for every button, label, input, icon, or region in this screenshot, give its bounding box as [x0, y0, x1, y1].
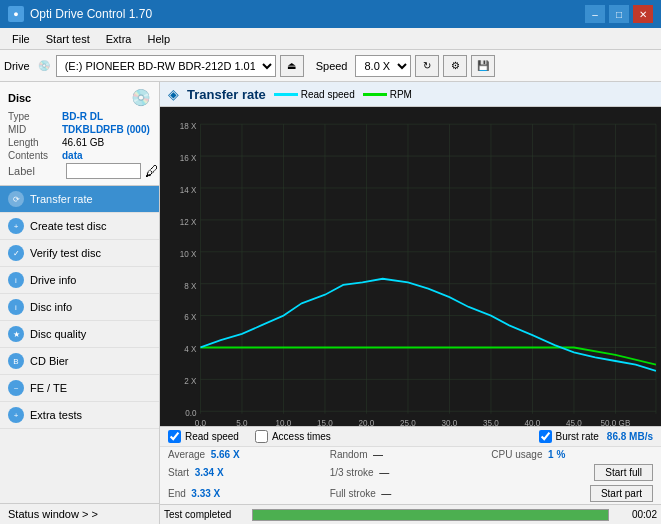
stat-start: Start 3.34 X: [168, 467, 330, 478]
eject-button[interactable]: ⏏: [280, 55, 304, 77]
fe-te-icon: ~: [8, 380, 24, 396]
bottom-status-bar: Test completed 00:02: [160, 504, 661, 524]
refresh-button[interactable]: ↻: [415, 55, 439, 77]
chart-icon: ◈: [168, 86, 179, 102]
drive-select[interactable]: (E:) PIONEER BD-RW BDR-212D 1.01: [56, 55, 276, 77]
end-label: End: [168, 488, 186, 499]
svg-text:45.0: 45.0: [566, 417, 582, 426]
cpu-label: CPU usage: [491, 449, 542, 460]
start-value: 3.34 X: [195, 467, 224, 478]
status-text: Test completed: [164, 509, 244, 520]
stat-full-stroke: Full stroke —: [330, 488, 492, 499]
stats-row-2: Start 3.34 X 1/3 stroke — Start full: [160, 462, 661, 483]
transfer-rate-icon: ⟳: [8, 191, 24, 207]
legend-read-speed-color: [274, 93, 298, 96]
stats-row-1: Average 5.66 X Random — CPU usage 1 %: [160, 447, 661, 462]
type-value: BD-R DL: [62, 111, 103, 122]
nav-create-test-disc[interactable]: + Create test disc: [0, 213, 159, 240]
nav-cd-bier[interactable]: B CD Bier: [0, 348, 159, 375]
mid-label: MID: [8, 124, 62, 135]
full-stroke-label: Full stroke: [330, 488, 376, 499]
progress-bar-container: [252, 509, 609, 521]
stat-random: Random —: [330, 449, 492, 460]
sidebar: Disc 💿 Type BD-R DL MID TDKBLDRFB (000) …: [0, 82, 160, 524]
chart-title: Transfer rate: [187, 87, 266, 102]
label-edit-icon[interactable]: 🖊: [145, 163, 159, 179]
status-window[interactable]: Status window > >: [0, 503, 159, 524]
svg-text:6 X: 6 X: [184, 312, 196, 323]
app-title: Opti Drive Control 1.70: [30, 7, 152, 21]
settings-button[interactable]: ⚙: [443, 55, 467, 77]
nav-extra-tests-label: Extra tests: [30, 409, 82, 421]
full-stroke-value: —: [381, 488, 391, 499]
stroke-1-3-value: —: [379, 467, 389, 478]
maximize-button[interactable]: □: [609, 5, 629, 23]
chart-header: ◈ Transfer rate Read speed RPM: [160, 82, 661, 107]
stats-row-3: End 3.33 X Full stroke — Start part: [160, 483, 661, 504]
contents-label: Contents: [8, 150, 62, 161]
nav-transfer-rate-label: Transfer rate: [30, 193, 93, 205]
stat-end: End 3.33 X: [168, 488, 330, 499]
nav-verify-test-disc[interactable]: ✓ Verify test disc: [0, 240, 159, 267]
svg-text:10 X: 10 X: [180, 248, 197, 259]
drive-label: Drive: [4, 60, 30, 72]
read-speed-checkbox[interactable]: [168, 430, 181, 443]
nav-disc-info-label: Disc info: [30, 301, 72, 313]
nav-drive-info-label: Drive info: [30, 274, 76, 286]
disc-section-title: Disc: [8, 92, 31, 104]
disc-label-label: Label: [8, 165, 62, 177]
access-times-checkbox[interactable]: [255, 430, 268, 443]
checkbox-access-times[interactable]: Access times: [255, 430, 331, 443]
minimize-button[interactable]: –: [585, 5, 605, 23]
stats-area: Read speed Access times Burst rate 86.8 …: [160, 426, 661, 504]
legend-read-speed-label: Read speed: [301, 89, 355, 100]
legend-read-speed: Read speed: [274, 89, 355, 100]
start-full-cell: Start full: [491, 464, 653, 481]
speed-label: Speed: [316, 60, 348, 72]
nav-disc-info[interactable]: i Disc info: [0, 294, 159, 321]
start-part-button[interactable]: Start part: [590, 485, 653, 502]
menu-extra[interactable]: Extra: [98, 31, 140, 47]
time-display: 00:02: [617, 509, 657, 520]
checkbox-burst-rate[interactable]: Burst rate 86.8 MB/s: [539, 430, 654, 443]
nav-extra-tests[interactable]: + Extra tests: [0, 402, 159, 429]
toolbar: Drive 💿 (E:) PIONEER BD-RW BDR-212D 1.01…: [0, 50, 661, 82]
svg-text:35.0: 35.0: [483, 417, 499, 426]
verify-disc-icon: ✓: [8, 245, 24, 261]
nav-drive-info[interactable]: i Drive info: [0, 267, 159, 294]
nav-verify-test-disc-label: Verify test disc: [30, 247, 101, 259]
start-full-button[interactable]: Start full: [594, 464, 653, 481]
stat-cpu: CPU usage 1 %: [491, 449, 653, 460]
menu-help[interactable]: Help: [139, 31, 178, 47]
type-label: Type: [8, 111, 62, 122]
close-button[interactable]: ✕: [633, 5, 653, 23]
legend-rpm: RPM: [363, 89, 412, 100]
menubar: File Start test Extra Help: [0, 28, 661, 50]
svg-text:14 X: 14 X: [180, 184, 197, 195]
burst-rate-checkbox[interactable]: [539, 430, 552, 443]
random-value: —: [373, 449, 383, 460]
drive-icon: 💿: [38, 60, 50, 71]
svg-text:50.0 GB: 50.0 GB: [601, 417, 631, 426]
stroke-1-3-label: 1/3 stroke: [330, 467, 374, 478]
checkbox-read-speed[interactable]: Read speed: [168, 430, 239, 443]
nav-disc-quality[interactable]: ★ Disc quality: [0, 321, 159, 348]
checkbox-row: Read speed Access times Burst rate 86.8 …: [160, 427, 661, 447]
menu-file[interactable]: File: [4, 31, 38, 47]
menu-start-test[interactable]: Start test: [38, 31, 98, 47]
speed-select[interactable]: 8.0 X: [355, 55, 411, 77]
save-button[interactable]: 💾: [471, 55, 495, 77]
svg-rect-0: [160, 107, 661, 426]
svg-text:2 X: 2 X: [184, 376, 196, 387]
app-icon: ●: [8, 6, 24, 22]
nav-transfer-rate[interactable]: ⟳ Transfer rate: [0, 186, 159, 213]
disc-label-input[interactable]: [66, 163, 141, 179]
nav-fe-te-label: FE / TE: [30, 382, 67, 394]
svg-text:40.0: 40.0: [525, 417, 541, 426]
svg-text:16 X: 16 X: [180, 152, 197, 163]
nav-fe-te[interactable]: ~ FE / TE: [0, 375, 159, 402]
start-part-cell: Start part: [491, 485, 653, 502]
cd-bier-icon: B: [8, 353, 24, 369]
legend-rpm-label: RPM: [390, 89, 412, 100]
contents-value: data: [62, 150, 83, 161]
